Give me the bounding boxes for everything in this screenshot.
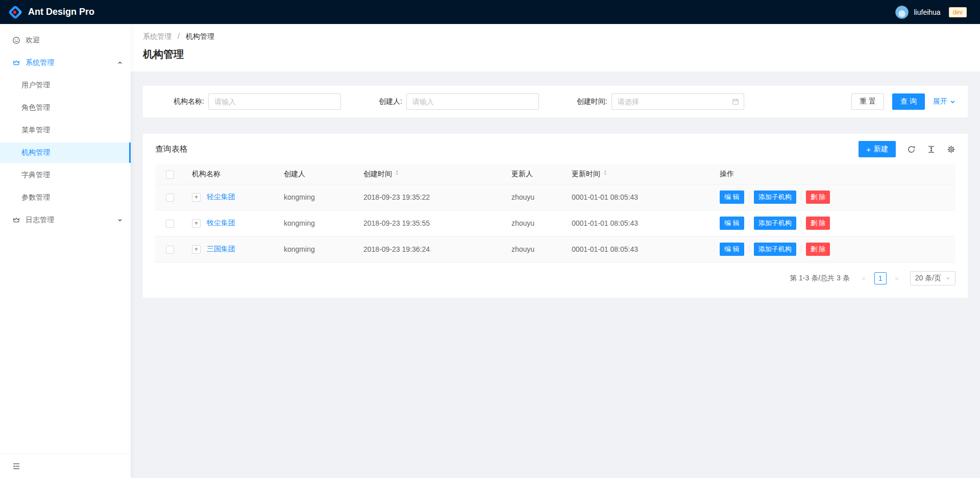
sidebar-item-log-mgmt[interactable]: 日志管理 [0,210,131,230]
org-name-input[interactable] [208,93,341,110]
action-divider [749,194,749,201]
table-row: + 三国集团 kongming 2018-09-23 19:36:24 zhou… [155,236,955,262]
creator-label: 创建人: [379,97,402,106]
row-checkbox[interactable] [166,246,174,254]
expand-row-button[interactable]: + [192,193,201,202]
sidebar-item-user-mgmt[interactable]: 用户管理 [0,75,131,95]
edit-button[interactable]: 编 辑 [720,217,744,230]
sidebar-item-label: 系统管理 [26,58,54,67]
sidebar-item-welcome[interactable]: 欢迎 [0,30,131,51]
sidebar-item-menu-mgmt[interactable]: 菜单管理 [0,120,131,140]
column-header-name: 机构名称 [188,164,280,184]
cell-creator: kongming [280,184,359,210]
pagination-total: 第 1-3 条/总共 3 条 [790,274,849,283]
add-child-org-button[interactable]: 添加子机构 [754,217,796,230]
sidebar-item-param-mgmt[interactable]: 参数管理 [0,187,131,208]
logo-area[interactable]: Ant Design Pro [8,5,94,19]
next-page-button[interactable]: > [891,272,903,284]
add-child-org-button[interactable]: 添加子机构 [754,190,796,204]
table-row: + 轻尘集团 kongming 2018-09-23 19:35:22 zhou… [155,184,955,210]
sidebar-item-dict-mgmt[interactable]: 字典管理 [0,165,131,185]
chevron-down-icon [945,276,950,281]
env-tag: dev [949,7,967,17]
breadcrumb: 系统管理 / 机构管理 [143,32,968,41]
expand-form-link[interactable]: 展开 [933,97,955,106]
crown-icon [12,216,20,224]
sidebar-item-label: 机构管理 [21,148,50,157]
table-header-row: 机构名称 创建人 创建时间 ▲ ▼ [155,164,955,184]
prev-page-button[interactable]: < [858,272,870,284]
action-divider [749,220,749,227]
table-card-title: 查询表格 [155,144,188,155]
select-all-checkbox[interactable] [166,171,174,179]
column-height-icon[interactable] [927,145,936,154]
action-divider [801,194,801,201]
delete-button[interactable]: 删 除 [806,243,830,256]
field-org-name: 机构名称: [174,93,341,110]
org-name-link[interactable]: 三国集团 [207,245,235,254]
cell-updater: zhouyu [507,184,568,210]
expand-row-button[interactable]: + [192,245,201,254]
edit-button[interactable]: 编 辑 [720,243,744,256]
sort-caret-down-icon: ▼ [396,174,399,177]
add-child-org-button[interactable]: 添加子机构 [754,243,796,256]
cell-update-time: 0001-01-01 08:05:43 [568,184,716,210]
search-actions: 重 置 查 询 展开 [851,93,955,110]
breadcrumb-current: 机构管理 [186,32,214,40]
sidebar-item-org-mgmt[interactable]: 机构管理 [0,142,131,163]
org-name-link[interactable]: 牧尘集团 [207,219,235,228]
page-number-button[interactable]: 1 [874,272,887,284]
reset-button[interactable]: 重 置 [851,93,884,110]
cell-create-time: 2018-09-23 19:35:22 [359,184,507,210]
page-size-select[interactable]: 20 条/页 [910,271,955,285]
update-time-sorter[interactable]: ▲ ▼ [603,171,607,177]
page-title: 机构管理 [143,47,968,61]
new-button[interactable]: + 新建 [859,141,896,157]
table-toolbar: 查询表格 + 新建 [143,134,968,164]
delete-button[interactable]: 删 除 [806,190,830,204]
chevron-down-icon [117,218,122,223]
user-area[interactable]: liufeihua dev [895,6,967,19]
page-header: 系统管理 / 机构管理 机构管理 [131,24,980,71]
creator-input[interactable] [406,93,539,110]
field-creator: 创建人: [379,93,539,110]
setting-icon[interactable] [947,145,955,154]
sidebar-item-label: 字典管理 [21,171,50,180]
user-avatar[interactable] [895,6,909,19]
column-header-create-time: 创建时间 ▲ ▼ [359,164,507,184]
cell-updater: zhouyu [507,236,568,262]
pagination: 第 1-3 条/总共 3 条 < 1 > 20 条/页 [143,262,968,296]
chevron-up-icon [117,60,122,65]
expand-row-button[interactable]: + [192,219,201,228]
sidebar-item-role-mgmt[interactable]: 角色管理 [0,98,131,118]
sort-caret-down-icon: ▼ [604,174,607,177]
sidebar-item-system[interactable]: 系统管理 [0,53,131,73]
breadcrumb-parent[interactable]: 系统管理 [143,32,172,40]
create-time-sorter[interactable]: ▲ ▼ [395,171,399,177]
edit-button[interactable]: 编 辑 [720,190,744,204]
app-title: Ant Design Pro [28,7,94,17]
page-size-value: 20 条/页 [915,274,941,283]
row-checkbox[interactable] [166,194,174,202]
sidebar-footer [0,453,131,478]
ant-design-logo-icon [8,5,22,19]
sidebar-item-label: 菜单管理 [21,126,50,135]
table-wrapper: 机构名称 创建人 创建时间 ▲ ▼ [143,164,968,262]
org-name-link[interactable]: 轻尘集团 [207,193,235,202]
menu-fold-icon[interactable] [12,462,20,470]
reload-icon[interactable] [907,145,916,154]
query-button[interactable]: 查 询 [892,93,925,110]
cell-creator: kongming [280,236,359,262]
username: liufeihua [914,8,940,16]
main-content: 系统管理 / 机构管理 机构管理 机构名称: 创建人: [131,24,980,478]
row-checkbox[interactable] [166,220,174,228]
column-header-update-time: 更新时间 ▲ ▼ [568,164,716,184]
sidebar-menu: 欢迎 系统管理 用户管理 角色管理 [0,24,131,232]
org-table: 机构名称 创建人 创建时间 ▲ ▼ [155,164,955,262]
action-divider [749,246,749,253]
new-button-label: 新建 [874,145,888,154]
create-time-label: 创建时间: [577,97,607,106]
create-time-picker[interactable] [611,93,744,110]
delete-button[interactable]: 删 除 [806,217,830,230]
search-form: 机构名称: 创建人: 创建时间: [155,93,955,110]
